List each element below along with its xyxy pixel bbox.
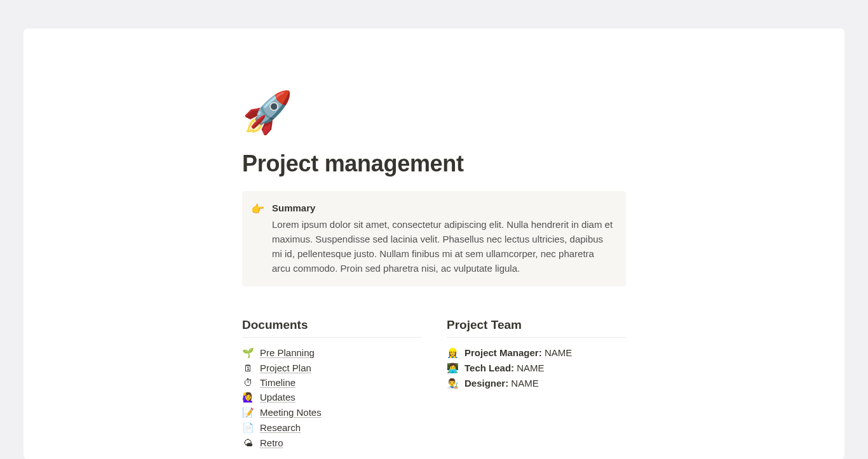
calendar-icon: 🗓 <box>242 363 254 373</box>
doc-label: Timeline <box>260 377 295 388</box>
team-item-project-manager: 👷‍♀️ Project Manager: NAME <box>447 345 626 361</box>
doc-label: Meeting Notes <box>260 407 322 418</box>
construction-worker-icon: 👷‍♀️ <box>447 347 458 359</box>
doc-label: Retro <box>260 437 283 448</box>
summary-heading: Summary <box>272 201 614 216</box>
doc-item-pre-planning[interactable]: 🌱 Pre Planning <box>242 345 421 361</box>
team-name: NAME <box>511 378 538 389</box>
seedling-icon: 🌱 <box>242 347 254 359</box>
team-heading: Project Team <box>447 318 626 338</box>
doc-item-meeting-notes[interactable]: 📝 Meeting Notes <box>242 405 421 420</box>
columns: Documents 🌱 Pre Planning 🗓 Project Plan … <box>242 318 626 450</box>
team-item-text: Tech Lead: NAME <box>465 363 545 373</box>
team-item-tech-lead: 👩‍💻 Tech Lead: NAME <box>447 361 626 376</box>
doc-item-retro[interactable]: 🌤 Retro <box>242 436 421 450</box>
documents-list: 🌱 Pre Planning 🗓 Project Plan ⏱ Timeline… <box>242 345 421 450</box>
team-name: NAME <box>545 347 572 358</box>
team-item-text: Project Manager: NAME <box>465 347 572 358</box>
page-content: 🚀 Project management 👉 Summary Lorem ips… <box>242 92 626 450</box>
documents-heading: Documents <box>242 318 421 338</box>
team-role: Designer: <box>465 378 508 389</box>
team-item-text: Designer: NAME <box>465 378 539 389</box>
team-role: Project Manager: <box>465 347 542 358</box>
team-role: Tech Lead: <box>465 363 514 373</box>
team-name: NAME <box>517 363 544 373</box>
memo-icon: 📝 <box>242 407 254 418</box>
raising-hand-icon: 🙋‍♀️ <box>242 392 254 403</box>
page-title[interactable]: Project management <box>242 150 626 177</box>
pointing-right-icon: 👉 <box>251 201 264 276</box>
sun-cloud-icon: 🌤 <box>242 437 254 448</box>
summary-text: Lorem ipsum dolor sit amet, consectetur … <box>272 217 614 276</box>
technologist-icon: 👩‍💻 <box>447 363 458 374</box>
doc-item-project-plan[interactable]: 🗓 Project Plan <box>242 361 421 375</box>
doc-label: Updates <box>260 392 295 402</box>
team-column: Project Team 👷‍♀️ Project Manager: NAME … <box>447 318 626 450</box>
page-icon: 📄 <box>242 422 254 434</box>
doc-item-timeline[interactable]: ⏱ Timeline <box>242 375 421 390</box>
doc-label: Project Plan <box>260 363 311 373</box>
stopwatch-icon: ⏱ <box>242 377 254 388</box>
team-list: 👷‍♀️ Project Manager: NAME 👩‍💻 Tech Lead… <box>447 345 626 391</box>
doc-item-research[interactable]: 📄 Research <box>242 420 421 436</box>
artist-icon: 👨‍🎨 <box>447 378 458 389</box>
doc-item-updates[interactable]: 🙋‍♀️ Updates <box>242 390 421 405</box>
summary-body: Summary Lorem ipsum dolor sit amet, cons… <box>272 201 614 276</box>
page-icon[interactable]: 🚀 <box>242 92 293 133</box>
doc-label: Research <box>260 422 301 433</box>
documents-column: Documents 🌱 Pre Planning 🗓 Project Plan … <box>242 318 421 450</box>
summary-callout: 👉 Summary Lorem ipsum dolor sit amet, co… <box>242 191 626 286</box>
page-container: 🚀 Project management 👉 Summary Lorem ips… <box>24 29 844 459</box>
team-item-designer: 👨‍🎨 Designer: NAME <box>447 376 626 391</box>
doc-label: Pre Planning <box>260 347 315 358</box>
